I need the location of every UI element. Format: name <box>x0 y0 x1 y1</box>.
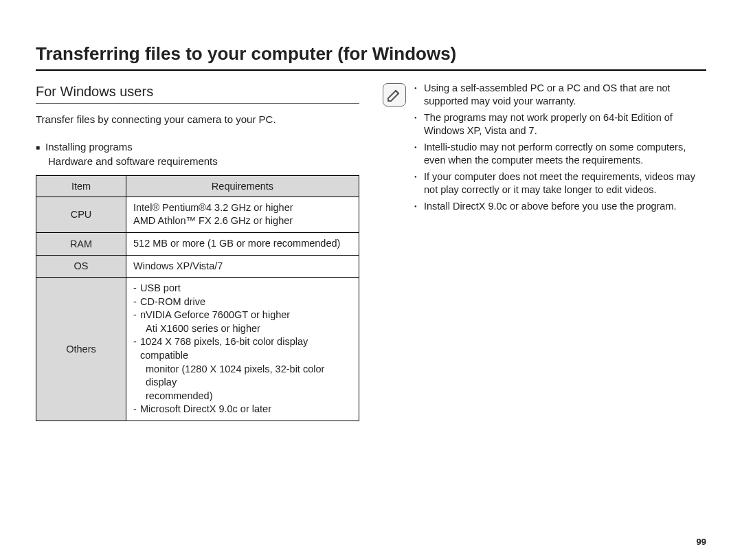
hardware-software-req-heading: Hardware and software requirements <box>48 155 359 168</box>
pencil-note-icon <box>383 83 406 107</box>
table-req-cpu: Intel® Pentium®4 3.2 GHz or higher AMD A… <box>126 197 359 232</box>
note-item: If your computer does not meet the requi… <box>414 170 706 197</box>
note-item: Using a self-assembled PC or a PC and OS… <box>414 82 706 109</box>
table-row: CPU Intel® Pentium®4 3.2 GHz or higher A… <box>36 197 359 232</box>
note-list: Using a self-assembled PC or a PC and OS… <box>414 82 706 216</box>
note-box: Using a self-assembled PC or a PC and OS… <box>383 82 706 216</box>
note-item: Install DirectX 9.0c or above before you… <box>414 200 706 214</box>
table-row: RAM 512 MB or more (1 GB or more recomme… <box>36 233 359 256</box>
table-req-others: USB port CD-ROM drive nVIDIA Geforce 760… <box>126 278 359 421</box>
page-title: Transferring files to your computer (for… <box>36 43 706 71</box>
table-header-item: Item <box>36 175 126 197</box>
section-heading-windows: For Windows users <box>36 83 359 104</box>
installing-programs-heading: Installing programs <box>36 141 359 154</box>
note-item: Intelli-studio may not perform correctly… <box>414 141 706 168</box>
table-item-cpu: CPU <box>36 197 126 232</box>
requirements-table: Item Requirements CPU Intel® Pentium®4 3… <box>36 175 359 421</box>
table-header-requirements: Requirements <box>126 175 359 197</box>
table-item-os: OS <box>36 255 126 278</box>
intro-text: Transfer files by connecting your camera… <box>36 113 359 126</box>
table-row: OS Windows XP/Vista/7 <box>36 255 359 278</box>
page-number: 99 <box>697 537 706 548</box>
table-item-others: Others <box>36 278 126 421</box>
table-req-os: Windows XP/Vista/7 <box>126 255 359 278</box>
note-item: The programs may not work properly on 64… <box>414 111 706 138</box>
table-req-ram: 512 MB or more (1 GB or more recommended… <box>126 233 359 256</box>
table-row: Others USB port CD-ROM drive nVIDIA Gefo… <box>36 278 359 421</box>
table-item-ram: RAM <box>36 233 126 256</box>
